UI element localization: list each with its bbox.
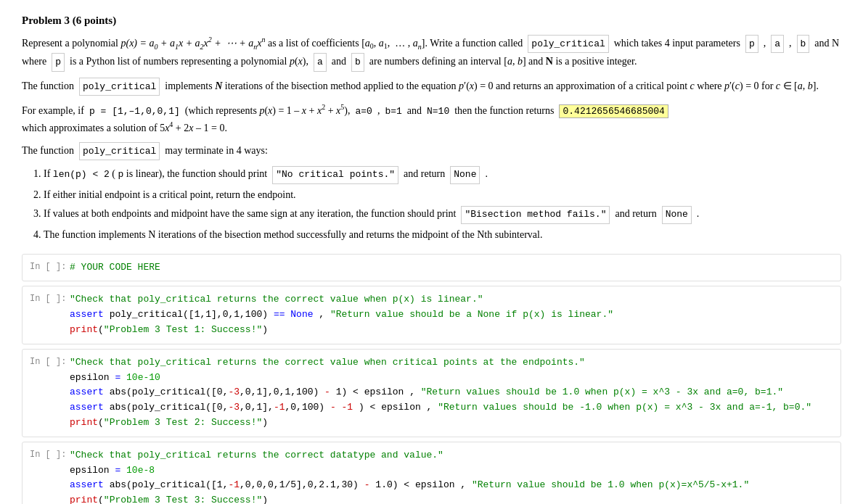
cell4-content[interactable]: "Check that poly_critical returns the co… xyxy=(70,448,833,504)
param-a: a xyxy=(771,35,784,53)
cell2-content[interactable]: "Check that poly_critical returns the co… xyxy=(70,292,833,337)
notebook-cell-2[interactable]: In [ ]: "Check that poly_critical return… xyxy=(22,286,841,344)
cell4-line1: "Check that poly_critical returns the co… xyxy=(70,448,833,463)
cell2-label: In [ ]: xyxy=(30,292,70,304)
cell4-line3: assert abs(poly_critical([1,-1,0,0,0,1/5… xyxy=(70,478,833,493)
description-para-2: The function poly_critical implements N … xyxy=(22,78,841,96)
example-a: a=0 xyxy=(355,106,372,117)
notebook-cell-4[interactable]: In [ ]: "Check that poly_critical return… xyxy=(22,442,841,504)
termination-list: If len(p) < 2 ( p is linear), the functi… xyxy=(44,166,841,243)
cell3-label: In [ ]: xyxy=(30,355,70,367)
cell3-line1: "Check that poly_critical returns the co… xyxy=(70,355,833,371)
example-b: b=1 xyxy=(385,106,401,117)
cell4-label: In [ ]: xyxy=(30,448,70,460)
print-no-critical: "No critical points." xyxy=(272,166,398,184)
page-container: Problem 3 (6 points) Represent a polynom… xyxy=(0,0,863,504)
example-n: N=10 xyxy=(427,106,449,117)
termination-item-2: If either initial endpoint is a critical… xyxy=(44,187,841,203)
cell3-line5: print("Problem 3 Test 2: Success!") xyxy=(70,416,833,431)
termination-item-4: The function implements N iterations of … xyxy=(44,227,841,243)
notebook-cell-1[interactable]: In [ ]: # YOUR CODE HERE xyxy=(22,254,841,282)
cell1-content[interactable]: # YOUR CODE HERE xyxy=(70,260,833,276)
cell3-line3: assert abs(poly_critical([0,-3,0,1],0,1,… xyxy=(70,385,833,400)
problem-description: Problem 3 (6 points) Represent a polynom… xyxy=(22,15,841,244)
description-para-1: Represent a polynomial p(x) = a0 + a1x +… xyxy=(22,34,841,72)
cell3-line4: assert abs(poly_critical([0,-3,0,1],-1,0… xyxy=(70,400,833,416)
cell1-comment: # YOUR CODE HERE xyxy=(70,262,160,273)
cell2-line1: "Check that poly_critical returns the co… xyxy=(70,292,833,307)
print-bisection-fail: "Bisection method fails." xyxy=(461,206,610,224)
problem-title: Problem 3 (6 points) xyxy=(22,15,841,27)
termination-item-1: If len(p) < 2 ( p is linear), the functi… xyxy=(44,166,841,184)
cell1-label: In [ ]: xyxy=(30,260,70,272)
example-p: p = [1,–1,0,0,1] xyxy=(89,106,180,117)
cell3-content[interactable]: "Check that poly_critical returns the co… xyxy=(70,355,833,431)
param-p2: p xyxy=(52,53,65,71)
description-para-3: For example, if p = [1,–1,0,0,1] (which … xyxy=(22,102,841,136)
param-a2: a xyxy=(314,53,327,71)
cell4-line4: print("Problem 3 Test 3: Success!") xyxy=(70,493,833,504)
func-name-1: poly_critical xyxy=(528,35,608,53)
poly-notation: p(x) = a0 + a1x + a2x2 + ⋯ + anxn xyxy=(120,38,265,49)
cell2-line3: print("Problem 3 Test 1: Success!") xyxy=(70,323,833,338)
cell4-line2: epsilon = 10e-8 xyxy=(70,463,833,479)
cell2-line2: assert poly_critical([1,1],0,1,100) == N… xyxy=(70,307,833,323)
param-b2: b xyxy=(351,53,364,71)
return-none-1: None xyxy=(450,166,480,184)
description-para-4: The function poly_critical may terminate… xyxy=(22,142,841,160)
param-b: b xyxy=(797,35,810,53)
cell3-line2: epsilon = 10e-10 xyxy=(70,371,833,386)
return-none-2: None xyxy=(662,206,692,224)
return-value: 0.4212656546685004 xyxy=(559,104,668,118)
notebook-cell-3[interactable]: In [ ]: "Check that poly_critical return… xyxy=(22,349,841,437)
param-p: p xyxy=(745,35,758,53)
func-name-3: poly_critical xyxy=(79,142,160,160)
termination-item-3: If values at both endpoints and midpoint… xyxy=(44,206,841,224)
func-name-2: poly_critical xyxy=(79,78,160,96)
